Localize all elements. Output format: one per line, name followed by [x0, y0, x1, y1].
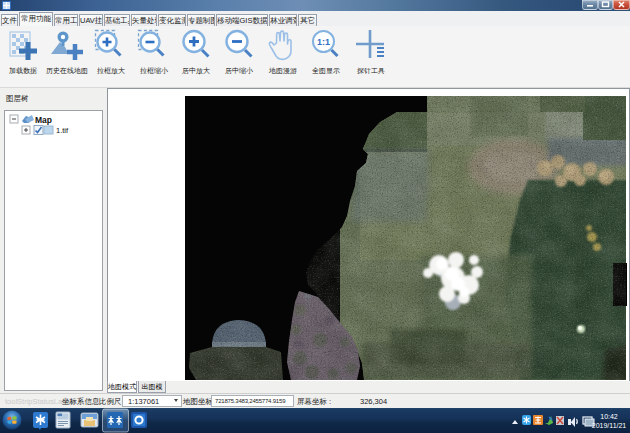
svg-text:10:42: 10:42 [600, 413, 618, 420]
svg-text:2019/11/21: 2019/11/21 [592, 422, 627, 429]
svg-text:Map: Map [35, 115, 52, 125]
svg-text:1.tif: 1.tif [56, 126, 69, 135]
svg-text:1:1: 1:1 [317, 37, 330, 47]
